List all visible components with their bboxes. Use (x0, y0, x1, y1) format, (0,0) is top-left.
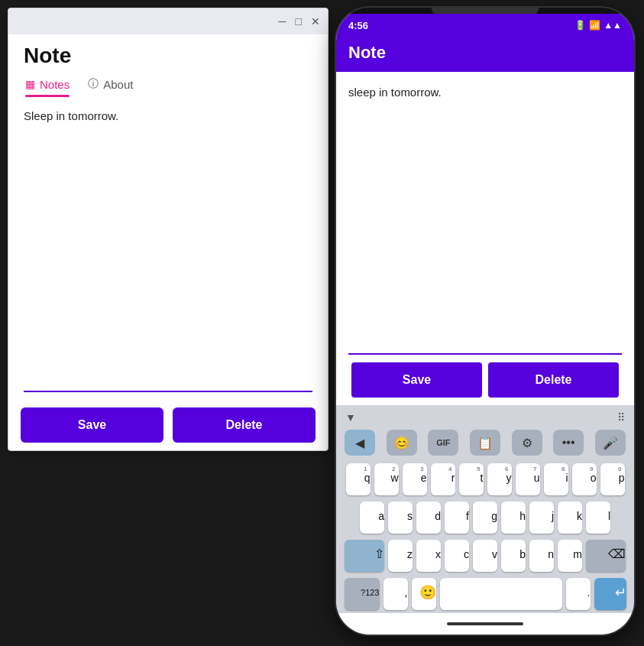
keyboard-row-4: ?123 , 🙂 . ↵ (339, 578, 631, 610)
keyboard-voice-button[interactable]: 🎤 (595, 430, 626, 456)
key-b[interactable]: b (501, 540, 526, 572)
key-l[interactable]: l (586, 502, 610, 534)
key-j[interactable]: j (529, 502, 554, 534)
key-i[interactable]: 8i (544, 463, 568, 495)
phone-note-text: sleep in tomorrow. (348, 84, 622, 353)
desktop-save-button[interactable]: Save (21, 407, 163, 443)
phone-save-button[interactable]: Save (351, 362, 482, 398)
key-t[interactable]: 5t (459, 463, 484, 495)
phone-bottom-bar (336, 613, 634, 635)
maximize-button[interactable]: □ (296, 16, 302, 27)
keyboard-more-button[interactable]: ••• (553, 430, 584, 456)
notes-tab-label: Notes (40, 78, 70, 91)
keyboard-row-2: a s d f g h j k l (339, 502, 631, 534)
key-z[interactable]: z (388, 540, 413, 572)
key-m[interactable]: m (558, 540, 582, 572)
key-n[interactable]: n (529, 540, 554, 572)
keyboard-rows: 1q 2w 3e 4r 5t 6y 7u 8i 9o 0p a s d f (339, 463, 631, 610)
key-e[interactable]: 3e (403, 463, 427, 495)
keyboard-back-button[interactable]: ◀ (345, 430, 375, 456)
wifi-icon: 📶 (589, 20, 600, 31)
key-d[interactable]: d (416, 502, 441, 534)
phone-frame: 4:56 🔋 📶 ▲▲ Note sleep in tomorrow. Save… (336, 8, 634, 635)
about-tab-label: About (103, 78, 133, 91)
key-period[interactable]: . (566, 578, 591, 610)
desktop-window: ─ □ ✕ Note ▦ Notes ⓘ About Sleep in tomo… (8, 8, 328, 451)
tab-notes[interactable]: ▦ Notes (16, 73, 79, 97)
phone-app-content: sleep in tomorrow. Save Delete (336, 72, 634, 405)
home-indicator (447, 622, 523, 625)
keyboard-collapse-icon[interactable]: ▼ (345, 411, 356, 424)
minimize-button[interactable]: ─ (279, 16, 286, 27)
phone-app-header: Note (336, 37, 634, 72)
note-editor-wrapper: Sleep in tomorrow. (8, 100, 328, 400)
key-x[interactable]: x (416, 540, 441, 572)
textarea-underline (24, 391, 312, 392)
keyboard-emoji-sticker-button[interactable]: 😊 (387, 430, 417, 456)
signal-icon: ▲▲ (604, 20, 622, 31)
key-backspace[interactable]: ⌫ (586, 540, 626, 572)
status-time: 4:56 (348, 20, 368, 31)
keyboard-clipboard-button[interactable]: 📋 (470, 430, 500, 456)
key-shift[interactable]: ⇧ (345, 540, 384, 572)
desktop-app-title: Note (8, 34, 328, 73)
keyboard-grid-icon[interactable]: ⠿ (617, 411, 625, 424)
status-bar: 4:56 🔋 📶 ▲▲ (336, 14, 634, 37)
phone-screen: 4:56 🔋 📶 ▲▲ Note sleep in tomorrow. Save… (336, 14, 634, 635)
key-c[interactable]: c (445, 540, 469, 572)
key-a[interactable]: a (360, 502, 384, 534)
key-f[interactable]: f (445, 502, 469, 534)
key-w[interactable]: 2w (374, 463, 399, 495)
about-tab-icon: ⓘ (88, 77, 99, 91)
close-button[interactable]: ✕ (311, 16, 320, 27)
keyboard-toolbar: ◀ 😊 GIF 📋 ⚙ ••• 🎤 (339, 428, 631, 459)
key-h[interactable]: h (501, 502, 526, 534)
phone-notch (432, 8, 539, 14)
battery-icon: 🔋 (574, 20, 586, 31)
keyboard-row-3: ⇧ z x c v b n m ⌫ (339, 540, 631, 572)
key-g[interactable]: g (473, 502, 497, 534)
key-emoji[interactable]: 🙂 (412, 578, 436, 610)
key-enter[interactable]: ↵ (594, 578, 626, 610)
status-icons: 🔋 📶 ▲▲ (574, 20, 622, 31)
key-p[interactable]: 0p (600, 463, 625, 495)
phone-delete-button[interactable]: Delete (488, 362, 619, 398)
key-k[interactable]: k (558, 502, 582, 534)
window-controls: ─ □ ✕ (279, 16, 320, 27)
window-titlebar: ─ □ ✕ (8, 8, 328, 34)
window-buttons: Save Delete (8, 400, 328, 450)
notes-tab-icon: ▦ (25, 78, 35, 90)
key-r[interactable]: 4r (431, 463, 455, 495)
keyboard-settings-button[interactable]: ⚙ (512, 430, 542, 456)
window-body: Note ▦ Notes ⓘ About Sleep in tomorrow. … (8, 34, 328, 450)
note-textarea[interactable]: Sleep in tomorrow. (24, 108, 312, 391)
key-s[interactable]: s (388, 502, 413, 534)
key-v[interactable]: v (473, 540, 497, 572)
desktop-delete-button[interactable]: Delete (173, 407, 316, 443)
key-o[interactable]: 9o (572, 463, 597, 495)
phone-buttons: Save Delete (348, 355, 622, 405)
key-q[interactable]: 1q (346, 463, 371, 495)
keyboard-row-1: 1q 2w 3e 4r 5t 6y 7u 8i 9o 0p (339, 463, 631, 495)
tab-about[interactable]: ⓘ About (79, 73, 142, 97)
keyboard: ▼ ⠿ ◀ 😊 GIF 📋 ⚙ ••• 🎤 1q 2w 3e 4r (336, 405, 634, 613)
key-comma[interactable]: , (383, 578, 408, 610)
key-num-switch[interactable]: ?123 (345, 578, 380, 610)
key-y[interactable]: 6y (487, 463, 512, 495)
key-space[interactable] (440, 578, 562, 610)
key-u[interactable]: 7u (516, 463, 540, 495)
keyboard-gif-button[interactable]: GIF (428, 430, 458, 456)
window-tabs: ▦ Notes ⓘ About (8, 73, 328, 97)
